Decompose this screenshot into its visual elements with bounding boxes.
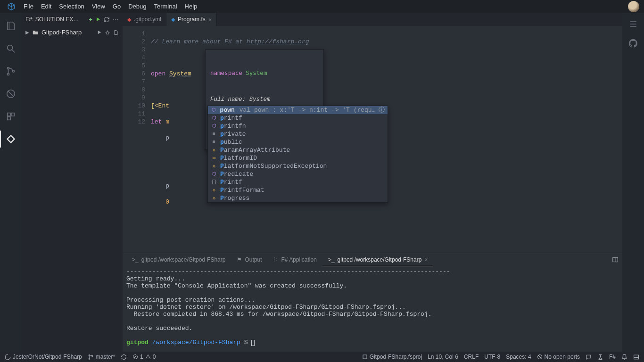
svg-rect-5 [8, 113, 10, 116]
chevron-right-icon: ▶ [25, 30, 29, 35]
status-encoding[interactable]: UTF-8 [484, 354, 500, 360]
status-language[interactable]: F# [609, 354, 616, 360]
debug-icon[interactable] [4, 87, 17, 100]
autocomplete-item[interactable]: ≡private [208, 130, 388, 138]
explorer-icon[interactable] [4, 19, 17, 33]
svg-point-8 [107, 31, 109, 34]
svg-point-10 [89, 354, 90, 355]
folder-icon [32, 29, 39, 36]
autocomplete-item[interactable]: ◇PrintfFormat [208, 186, 388, 194]
menu-selection[interactable]: Selection [55, 3, 88, 10]
source-control-icon[interactable] [4, 65, 17, 78]
tab-label: Program.fs [178, 16, 206, 23]
autocomplete-item[interactable]: ≡public [208, 138, 388, 146]
line-gutter: 123456789101112 [123, 26, 151, 253]
status-eol[interactable]: CRLF [464, 354, 479, 360]
menu-bar: File Edit Selection View Go Debug Termin… [0, 0, 644, 13]
svg-point-0 [8, 45, 13, 50]
menu-edit[interactable]: Edit [37, 3, 55, 10]
menu-help[interactable]: Help [181, 3, 201, 10]
autocomplete-item[interactable]: ⬡pownval pown : x:'T -> n:int -> 'T (req… [208, 106, 388, 114]
status-project[interactable]: Gitpod-FSharp.fsproj [362, 354, 422, 360]
more-icon[interactable]: ⋯ [113, 16, 119, 23]
editor-area: ◆ .gitpod.yml ◆ Program.fs × 12345678910… [123, 13, 622, 352]
status-spaces[interactable]: Spaces: 4 [506, 354, 531, 360]
autocomplete-item[interactable]: ⬡printf [208, 114, 388, 122]
svg-rect-6 [11, 113, 14, 116]
code-content[interactable]: // Learn more about F# at http://fsharp.… [151, 26, 622, 253]
autocomplete-item[interactable]: ⬡Predicate [208, 170, 388, 178]
status-problems[interactable]: 1 0 [132, 354, 156, 360]
tab-program-fs[interactable]: ◆ Program.fs × [166, 13, 217, 26]
add-icon[interactable]: + [89, 16, 92, 23]
user-avatar[interactable] [628, 1, 639, 12]
close-tab-icon[interactable]: × [208, 16, 212, 23]
sidebar-header: F#: SOLUTION EX… + ⋯ [22, 13, 123, 26]
sidebar-root-label: Gitpod-FSharp [41, 29, 82, 36]
status-sync[interactable] [121, 354, 127, 360]
status-ports[interactable]: No open ports [537, 354, 580, 360]
fsharp-view-icon[interactable] [4, 132, 17, 146]
debug-item-icon[interactable] [105, 30, 110, 35]
menu-file[interactable]: File [20, 3, 37, 10]
extensions-icon[interactable] [4, 110, 17, 123]
sidebar: F#: SOLUTION EX… + ⋯ ▶ Gitpod-FSharp [22, 13, 123, 352]
github-icon[interactable] [628, 38, 638, 49]
tab-gitpod-yml[interactable]: ◆ .gitpod.yml [123, 13, 166, 26]
autocomplete-popup[interactable]: ⬡pownval pown : x:'T -> n:int -> 'T (req… [207, 106, 388, 203]
svg-rect-7 [8, 117, 10, 120]
status-bar: JesterOrNot/Gitpod-FSharp master* 1 0 Gi… [0, 352, 644, 362]
outline-icon[interactable] [628, 19, 638, 29]
terminal-icon: >_ [132, 256, 139, 263]
run-item-icon[interactable] [97, 30, 102, 35]
svg-rect-16 [634, 355, 639, 359]
status-repo[interactable]: JesterOrNot/Gitpod-FSharp [5, 354, 82, 360]
status-lncol[interactable]: Ln 10, Col 6 [428, 354, 458, 360]
editor-tabs: ◆ .gitpod.yml ◆ Program.fs × [123, 13, 622, 26]
status-bell[interactable] [621, 354, 627, 360]
menu-go[interactable]: Go [109, 3, 124, 10]
file-icon: ◆ [171, 16, 175, 23]
new-file-icon[interactable] [113, 30, 119, 35]
file-icon: ◆ [127, 16, 131, 23]
activity-bar [0, 13, 22, 352]
autocomplete-item[interactable]: ▭PlatformID [208, 154, 388, 162]
svg-rect-14 [363, 355, 367, 359]
autocomplete-item[interactable]: ◇ParamArrayAttribute [208, 146, 388, 154]
status-feedback[interactable] [586, 354, 592, 360]
svg-point-2 [7, 73, 9, 75]
sidebar-root-folder[interactable]: ▶ Gitpod-FSharp [22, 26, 123, 39]
menu-debug[interactable]: Debug [124, 3, 150, 10]
right-activity-bar [622, 13, 644, 352]
autocomplete-item[interactable]: ◇Progress [208, 194, 388, 202]
autocomplete-item[interactable]: {}Printf [208, 178, 388, 186]
svg-point-1 [7, 67, 9, 69]
run-icon[interactable] [95, 16, 101, 22]
search-icon[interactable] [4, 42, 17, 55]
status-timer[interactable] [597, 354, 603, 360]
menu-terminal[interactable]: Terminal [150, 3, 181, 10]
code-editor[interactable]: 123456789101112 // Learn more about F# a… [123, 26, 622, 253]
sidebar-title: F#: SOLUTION EX… [25, 16, 86, 23]
app-logo[interactable] [3, 2, 20, 11]
autocomplete-item[interactable]: ◇PlatformNotSupportedException [208, 162, 388, 170]
tab-label: .gitpod.yml [134, 16, 161, 23]
menu-view[interactable]: View [88, 3, 109, 10]
autocomplete-item[interactable]: ⬡printfn [208, 122, 388, 130]
svg-point-11 [89, 358, 90, 359]
refresh-icon[interactable] [104, 16, 110, 23]
status-branch[interactable]: master* [88, 354, 115, 360]
status-layout[interactable] [633, 354, 639, 360]
